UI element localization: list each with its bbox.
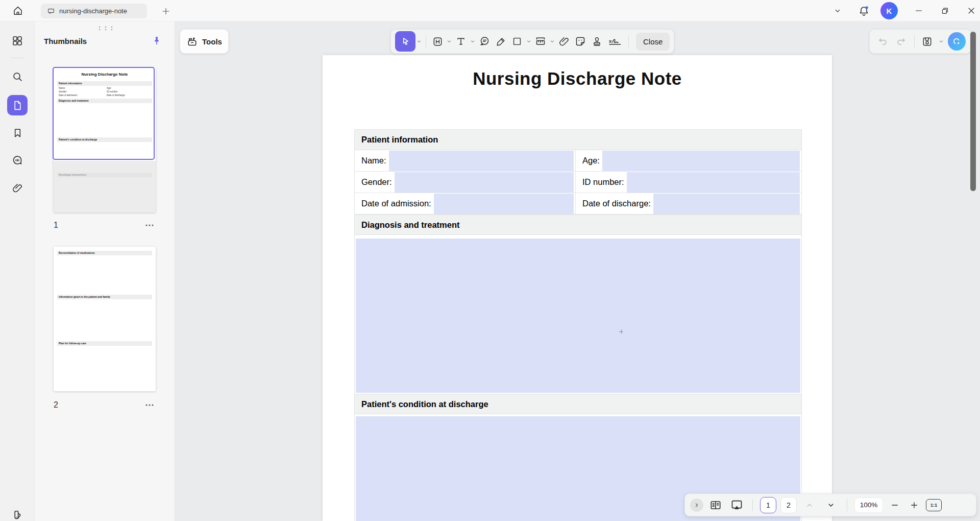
sidebar-item-search[interactable] bbox=[7, 66, 28, 87]
form-field-date-of-admission[interactable] bbox=[434, 194, 574, 214]
stamp-tool[interactable] bbox=[589, 31, 605, 52]
sticker-icon bbox=[574, 35, 586, 48]
save-button[interactable] bbox=[920, 31, 935, 52]
thumbnail-page-1[interactable]: Nursing Discharge Note Patient informati… bbox=[54, 68, 156, 212]
thumbnail-page-2[interactable]: Reconciliation of medications Informatio… bbox=[54, 247, 156, 391]
form-field-diagnosis-and-treatment[interactable] bbox=[356, 239, 800, 393]
sidebar-item-bookmarks[interactable] bbox=[7, 123, 28, 143]
document-page: Nursing Discharge Note Patient informati… bbox=[323, 55, 832, 521]
form-field-name[interactable] bbox=[389, 151, 574, 171]
page-navigation-bar: 1 2 100% 1:1 bbox=[684, 493, 976, 516]
minimize-button[interactable] bbox=[910, 2, 928, 19]
restore-button[interactable] bbox=[936, 2, 954, 19]
text-tool-dropdown[interactable] bbox=[469, 31, 476, 52]
pin-icon[interactable] bbox=[151, 35, 162, 46]
next-page-button[interactable] bbox=[822, 497, 840, 513]
thumbnail-more-button[interactable] bbox=[143, 220, 156, 230]
collapse-navbar-button[interactable] bbox=[690, 499, 703, 512]
heading-box-icon bbox=[432, 36, 444, 48]
vertical-scrollbar[interactable] bbox=[970, 32, 976, 191]
chevron-down-icon bbox=[446, 38, 452, 44]
comment-tool-icon bbox=[478, 35, 491, 48]
form-field-gender[interactable] bbox=[395, 172, 574, 193]
panel-drag-handle[interactable] bbox=[97, 26, 114, 31]
shape-tool[interactable] bbox=[509, 31, 525, 52]
navbar-divider bbox=[847, 499, 847, 511]
notifications-button[interactable] bbox=[854, 2, 873, 19]
attachment-tool[interactable] bbox=[556, 31, 572, 52]
pencil-tool[interactable] bbox=[493, 31, 509, 52]
select-tool-dropdown[interactable] bbox=[415, 31, 423, 52]
zoom-out-button[interactable] bbox=[887, 497, 902, 513]
form-field-id-number[interactable] bbox=[627, 172, 800, 193]
tools-button[interactable]: Tools bbox=[180, 29, 229, 54]
thumbnail-more-button[interactable] bbox=[143, 400, 156, 410]
field-label-age: Age: bbox=[576, 156, 600, 165]
pencil-icon bbox=[495, 36, 507, 48]
sidebar-item-swatches[interactable] bbox=[7, 505, 28, 521]
tab-title: nursing-discharge-note bbox=[59, 7, 127, 15]
save-icon bbox=[921, 36, 933, 48]
sidebar-item-thumbnails[interactable] bbox=[7, 95, 28, 115]
chevron-down-icon bbox=[833, 6, 842, 15]
table-row: Gender: ID number: bbox=[355, 172, 801, 193]
avatar[interactable]: K bbox=[880, 2, 898, 19]
signature-tool[interactable] bbox=[605, 31, 625, 52]
home-button[interactable] bbox=[9, 3, 27, 19]
notification-dot bbox=[865, 6, 868, 9]
previous-page-button[interactable] bbox=[801, 497, 818, 513]
toolbar-divider bbox=[914, 35, 915, 48]
chevron-down-icon bbox=[938, 38, 944, 44]
plus-icon bbox=[910, 501, 919, 510]
new-tab-button[interactable] bbox=[159, 5, 173, 18]
tools-label: Tools bbox=[202, 37, 222, 46]
patient-info-table: Patient information Name: Age: Gender: I… bbox=[354, 129, 802, 521]
comment-tool[interactable] bbox=[476, 31, 493, 52]
zoom-value: 100% bbox=[860, 501, 878, 509]
navbar-divider bbox=[752, 499, 753, 511]
field-label-date-of-discharge: Date of discharge: bbox=[576, 199, 651, 208]
swatches-icon bbox=[11, 509, 23, 521]
zoom-in-button[interactable] bbox=[906, 497, 922, 513]
more-icon bbox=[145, 404, 154, 407]
form-field-date-of-discharge[interactable] bbox=[653, 194, 800, 214]
undo-icon bbox=[877, 36, 889, 47]
page-button-1[interactable]: 1 bbox=[760, 497, 776, 513]
window-menu-button[interactable] bbox=[829, 3, 846, 18]
shape-tool-dropdown[interactable] bbox=[525, 31, 532, 52]
close-icon bbox=[966, 6, 976, 16]
measure-tool-dropdown[interactable] bbox=[549, 31, 556, 52]
close-window-button[interactable] bbox=[962, 2, 980, 19]
sticker-tool[interactable] bbox=[572, 31, 589, 52]
more-icon bbox=[145, 224, 154, 227]
redo-button[interactable] bbox=[893, 31, 909, 52]
redo-icon bbox=[895, 36, 906, 47]
save-dropdown[interactable] bbox=[937, 31, 946, 52]
document-tab[interactable]: nursing-discharge-note bbox=[41, 4, 147, 18]
reading-view-button[interactable] bbox=[707, 497, 724, 513]
ai-assistant-button[interactable] bbox=[948, 32, 966, 51]
sidebar-item-attachments[interactable] bbox=[7, 178, 28, 198]
text-tool[interactable] bbox=[453, 31, 469, 52]
measure-tool[interactable] bbox=[532, 31, 549, 52]
zoom-level[interactable]: 100% bbox=[854, 498, 883, 513]
minimize-icon bbox=[914, 6, 924, 16]
field-label-gender: Gender: bbox=[355, 177, 392, 187]
sidebar-item-apps[interactable] bbox=[7, 31, 28, 51]
sidebar-item-comments[interactable] bbox=[7, 150, 28, 171]
actual-size-button[interactable]: 1:1 bbox=[926, 499, 942, 511]
toolbar-divider bbox=[426, 35, 426, 48]
mouse-crosshair-cursor bbox=[619, 329, 623, 334]
chevron-down-icon bbox=[549, 38, 555, 44]
form-field-age[interactable] bbox=[602, 151, 800, 171]
close-button[interactable]: Close bbox=[636, 33, 670, 51]
undo-button[interactable] bbox=[875, 31, 891, 52]
page-button-2[interactable]: 2 bbox=[780, 497, 797, 513]
presentation-mode-button[interactable] bbox=[728, 497, 745, 513]
thumbnail-viewport-box bbox=[53, 67, 155, 160]
heading-tool-dropdown[interactable] bbox=[446, 31, 453, 52]
sidebar-divider bbox=[11, 58, 24, 58]
square-icon bbox=[511, 36, 523, 47]
heading-tool[interactable] bbox=[429, 31, 446, 52]
select-tool[interactable] bbox=[395, 31, 415, 52]
